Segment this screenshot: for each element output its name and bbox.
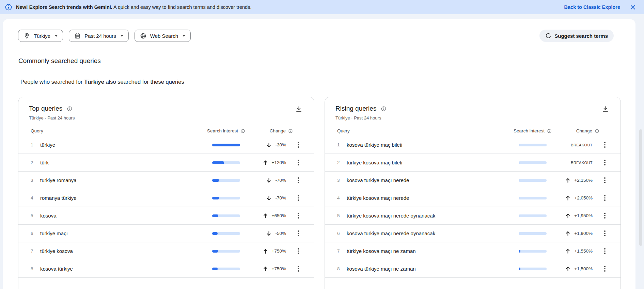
query-text[interactable]: türkiye kosova maç bileti [347, 160, 519, 165]
search-interest-bar-fill [519, 197, 519, 199]
change-cell: +750% [248, 266, 289, 272]
query-text[interactable]: kosova türkiye maçı nerede oynanacak [347, 230, 519, 236]
rising-queries-card: Rising queries [325, 97, 621, 289]
page-title: Commonly searched queries [18, 57, 635, 65]
query-text[interactable]: kosova türkiye [40, 266, 212, 272]
back-to-classic-link[interactable]: Back to Classic Explore [564, 4, 620, 10]
query-text[interactable]: kosova türkiye maç bileti [347, 142, 519, 148]
row-rank: 2 [31, 160, 40, 165]
change-value: +120% [272, 160, 286, 165]
info-icon[interactable] [381, 106, 387, 112]
search-interest-bar [519, 214, 547, 217]
change-value: +2,050% [574, 195, 593, 200]
row-menu-button[interactable] [602, 158, 608, 167]
up-arrow-icon [263, 266, 268, 272]
download-button[interactable] [295, 105, 303, 113]
time-range-filter[interactable]: Past 24 hours [69, 30, 129, 42]
search-interest-bar-fill [212, 197, 219, 199]
row-menu-button[interactable] [296, 211, 301, 220]
query-text[interactable]: romanya türkiye [40, 195, 212, 201]
search-interest-bar [212, 214, 240, 217]
search-interest-bar-fill [519, 250, 520, 253]
scrollbar-thumb[interactable] [639, 129, 642, 246]
query-text[interactable]: kosova [40, 213, 212, 219]
info-icon[interactable] [67, 106, 73, 112]
change-cell: -70% [248, 178, 289, 183]
row-rank: 3 [31, 178, 40, 183]
row-menu-button[interactable] [602, 211, 608, 220]
change-cell: +1,950% [554, 213, 595, 219]
change-value: +1,950% [574, 213, 593, 218]
chevron-down-icon [121, 35, 123, 37]
row-rank: 2 [337, 160, 347, 165]
info-icon[interactable] [240, 129, 245, 133]
search-interest-bar [212, 268, 240, 270]
search-type-filter[interactable]: Web Search [135, 30, 191, 42]
location-filter[interactable]: Türkiye [18, 30, 63, 42]
query-text[interactable]: kosova türkiye maçı ne zaman [347, 266, 519, 272]
search-interest-bar-fill [212, 144, 240, 146]
location-pin-icon [23, 33, 30, 39]
change-value: -30% [275, 142, 286, 147]
query-text[interactable]: türkiye kosova maçı nerede oynanacak [347, 213, 519, 219]
card-title: Top queries [29, 105, 62, 112]
search-interest-bar [519, 144, 547, 146]
card-title: Rising queries [335, 105, 376, 112]
search-interest-bar [519, 232, 547, 235]
query-text[interactable]: türkiye kosova maçı ne zaman [347, 248, 519, 254]
row-menu-button[interactable] [296, 158, 301, 167]
row-menu-button[interactable] [296, 194, 301, 202]
search-interest-bar [519, 250, 547, 253]
search-interest-bar-fill [212, 179, 219, 182]
row-menu-button[interactable] [296, 229, 301, 238]
row-rank: 8 [31, 266, 40, 271]
query-text[interactable]: türkiye [40, 142, 212, 148]
change-cell: +120% [248, 160, 289, 165]
suggest-search-terms-button[interactable]: Suggest search terms [539, 30, 614, 42]
query-text[interactable]: türkiye kosova [40, 248, 212, 254]
table-header: Query Search interest Change [325, 126, 621, 136]
search-interest-bar-fill [519, 144, 519, 146]
table-row: 3kosova türkiye maçı nerede+2,150% [325, 172, 621, 189]
row-menu-button[interactable] [296, 264, 301, 273]
info-icon[interactable] [288, 129, 293, 133]
search-interest-bar-fill [212, 232, 218, 235]
row-menu-button[interactable] [602, 247, 608, 255]
query-text[interactable]: türkiye kosova maçı nerede [347, 195, 519, 201]
change-value: +1,500% [574, 266, 593, 271]
up-arrow-icon [566, 248, 570, 254]
row-menu-button[interactable] [296, 141, 301, 149]
row-rank: 4 [31, 195, 40, 200]
query-text[interactable]: türk [40, 160, 212, 165]
row-rank: 1 [31, 142, 40, 147]
up-arrow-icon [566, 231, 570, 236]
close-icon[interactable] [629, 4, 636, 11]
row-rank: 5 [31, 213, 40, 218]
change-cell: +650% [248, 213, 289, 219]
row-menu-button[interactable] [602, 194, 608, 202]
row-menu-button[interactable] [602, 141, 608, 149]
row-menu-button[interactable] [602, 229, 608, 238]
page-subtext: People who searched for Türkiye also sea… [20, 79, 635, 85]
row-menu-button[interactable] [296, 176, 301, 184]
table-row: 3türkiye romanya-70% [18, 172, 314, 189]
query-text[interactable]: kosova türkiye maçı nerede [347, 177, 519, 183]
change-value: +750% [272, 248, 286, 254]
up-arrow-icon [566, 195, 570, 201]
search-interest-column-header: Search interest [212, 128, 240, 133]
row-menu-button[interactable] [602, 176, 608, 184]
row-menu-button[interactable] [296, 247, 301, 255]
query-cards-row: Top queries [18, 97, 635, 289]
row-menu-button[interactable] [602, 264, 608, 273]
up-arrow-icon [263, 248, 268, 254]
change-value: +1,550% [574, 248, 593, 254]
suggest-button-label: Suggest search terms [554, 33, 608, 39]
info-icon[interactable] [595, 129, 599, 133]
download-button[interactable] [601, 105, 610, 113]
query-table-body: 1türkiye-30%2türk+120%3türkiye romanya-7… [18, 136, 314, 278]
query-text[interactable]: türkiye romanya [40, 177, 212, 183]
query-text[interactable]: türkiye maçı [40, 230, 212, 236]
change-value: -70% [275, 195, 286, 200]
card-subtitle: Türkiye · Past 24 hours [335, 115, 621, 121]
info-icon[interactable] [547, 129, 552, 133]
